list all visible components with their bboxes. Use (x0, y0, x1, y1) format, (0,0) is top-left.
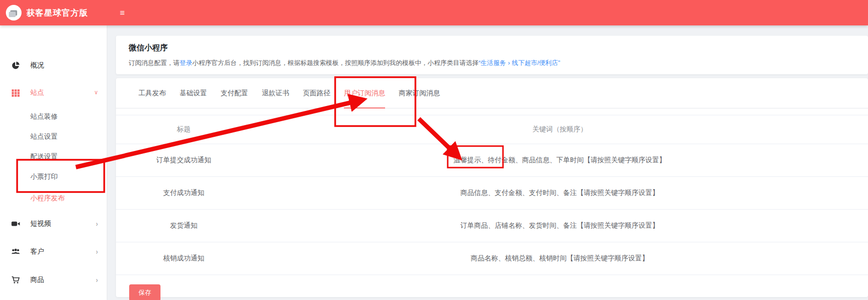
sidebar-item-goods[interactable]: 商品 › (0, 266, 107, 294)
page-title: 微信小程序 (129, 43, 854, 53)
sidebar-item-label: 短视频 (30, 219, 96, 228)
template-keywords: 商品信息、支付金额、支付时间、备注【请按照关键字顺序设置】 (251, 177, 868, 210)
column-header-keywords: 关键词（按顺序） (251, 115, 868, 144)
table-row: 订单提交成功通知 温馨提示、待付金额、商品信息、下单时间【请按照关键字顺序设置】 (116, 144, 868, 177)
sidebar-item-label: 概况 (30, 61, 98, 70)
sidebar-item-customers[interactable]: 客户 › (0, 237, 107, 266)
category-link[interactable]: “生活服务 › 线下超市/便利店” (479, 59, 560, 66)
sidebar: 概况 站点 ˅ 站点装修 站点设置 配送设置 小票打印 小程序发布 短视频 › (0, 25, 107, 300)
sidebar-item-label: 客户 (30, 247, 96, 256)
sidebar-item-receipt-print[interactable]: 小票打印 (0, 167, 107, 187)
template-title: 发货通知 (116, 210, 251, 242)
table-row: 支付成功通知 商品信息、支付金额、支付时间、备注【请按照关键字顺序设置】 (116, 177, 868, 210)
sidebar-item-short-video[interactable]: 短视频 › (0, 210, 107, 237)
table-row: 发货通知 订单商品、店铺名称、发货时间、备注【请按照关键字顺序设置】 (116, 210, 868, 242)
subscribe-template-table: 标题 关键词（按顺序） 订单提交成功通知 温馨提示、待付金额、商品信息、下单时间… (116, 115, 868, 275)
chevron-right-icon: › (96, 248, 98, 256)
sidebar-item-label: 站点 (30, 88, 94, 97)
sidebar-item-miniprogram-publish[interactable]: 小程序发布 (0, 187, 107, 210)
tab-basic-settings[interactable]: 基础设置 (180, 89, 207, 108)
sidebar-item-site-settings[interactable]: 站点设置 (0, 127, 107, 147)
template-keywords: 订单商品、店铺名称、发货时间、备注【请按照关键字顺序设置】 (251, 210, 868, 242)
subscribe-message-card: 工具发布 基础设置 支付配置 退款证书 页面路径 用户订阅消息 商家订阅消息 标… (116, 78, 868, 297)
logo-area: 获客星球官方版 (0, 5, 107, 21)
tab-bar: 工具发布 基础设置 支付配置 退款证书 页面路径 用户订阅消息 商家订阅消息 (116, 78, 868, 108)
subscribe-config-description: 订阅消息配置，请登录小程序官方后台，找到订阅消息，根据标题搜索模板，按照顺序添加… (129, 59, 854, 67)
chevron-down-icon: ˅ (94, 89, 97, 97)
tab-refund-cert[interactable]: 退款证书 (262, 89, 289, 108)
chevron-right-icon: › (96, 276, 98, 284)
desc-text: 订阅消息配置，请 (129, 59, 180, 66)
chevron-right-icon: › (96, 220, 98, 228)
video-camera-icon (11, 219, 20, 228)
users-icon (11, 247, 20, 256)
tab-user-subscribe-message[interactable]: 用户订阅消息 (344, 89, 385, 108)
miniprogram-info-card: 微信小程序 订阅消息配置，请登录小程序官方后台，找到订阅消息，根据标题搜索模板，… (116, 36, 868, 74)
desc-text: 小程序官方后台，找到订阅消息，根据标题搜索模板，按照顺序添加到我的模板中，小程序… (192, 59, 479, 66)
sidebar-item-site[interactable]: 站点 ˅ (0, 79, 107, 107)
table-row: 核销成功通知 商品名称、核销总额、核销时间【请按照关键字顺序设置】 (116, 242, 868, 275)
sidebar-item-site-decorate[interactable]: 站点装修 (0, 107, 107, 127)
sidebar-item-overview[interactable]: 概况 (0, 52, 107, 79)
template-keywords: 商品名称、核销总额、核销时间【请按照关键字顺序设置】 (251, 242, 868, 275)
grid-icon (11, 88, 20, 97)
cart-icon (11, 276, 20, 284)
dashboard-icon (11, 61, 20, 70)
top-bar: 获客星球官方版 ≡ (0, 0, 868, 25)
login-link[interactable]: 登录 (180, 59, 192, 66)
logo-photos-icon (10, 10, 17, 16)
tab-payment-config[interactable]: 支付配置 (221, 89, 248, 108)
tab-page-path[interactable]: 页面路径 (303, 89, 330, 108)
app-title: 获客星球官方版 (26, 7, 88, 19)
tab-merchant-subscribe-message[interactable]: 商家订阅消息 (399, 89, 440, 108)
sidebar-item-orders[interactable]: 订单 › (0, 294, 107, 300)
app-logo (6, 5, 22, 21)
column-header-title: 标题 (116, 115, 251, 144)
save-button[interactable]: 保存 (129, 284, 160, 300)
sidebar-item-label: 商品 (30, 276, 96, 284)
template-keywords: 温馨提示、待付金额、商品信息、下单时间【请按照关键字顺序设置】 (251, 144, 868, 177)
template-title: 支付成功通知 (116, 177, 251, 210)
sidebar-item-delivery-settings[interactable]: 配送设置 (0, 147, 107, 167)
hamburger-menu-icon[interactable]: ≡ (120, 9, 125, 17)
template-title: 核销成功通知 (116, 242, 251, 275)
tab-tool-publish[interactable]: 工具发布 (138, 89, 166, 108)
template-title: 订单提交成功通知 (116, 144, 251, 177)
